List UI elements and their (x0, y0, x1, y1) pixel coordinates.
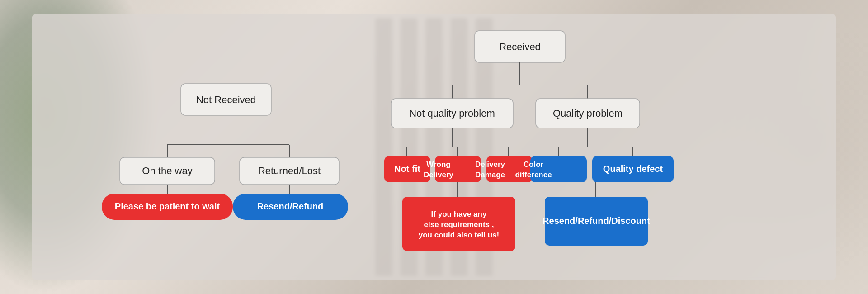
resend-refund-discount-label: Resend/Refund/Discount (542, 216, 650, 226)
if-else-line1: If you have any (431, 210, 487, 218)
returned-lost-label: Returned/Lost (258, 165, 321, 176)
color-difference-label-line1: Color (524, 160, 544, 169)
if-else-line2: else requirements , (424, 220, 494, 229)
flowchart-container: Not Received On the way Returned/Lost Pl… (32, 14, 836, 280)
quality-defect-label: Quality defect (603, 164, 663, 174)
delivery-damage-label-line1: Delivery (475, 160, 505, 169)
not-quality-problem-label: Not quality problem (409, 108, 495, 119)
quality-problem-label: Quality problem (553, 108, 623, 119)
if-else-line3: you could also tell us! (419, 231, 500, 239)
wrong-delivery-label-line1: Wrong (426, 160, 451, 169)
not-received-label: Not Received (196, 94, 256, 105)
received-label: Received (499, 41, 541, 52)
color-difference-label-line2: difference (515, 171, 552, 179)
delivery-damage-label-line2: Damage (475, 171, 505, 179)
not-fit-label: Not fit (394, 164, 420, 174)
on-the-way-label: On the way (142, 165, 192, 176)
resend-refund-label: Resend/Refund (257, 201, 324, 211)
wrong-delivery-label-line2: Delivery (424, 171, 454, 179)
please-wait-label: Please be patient to wait (115, 201, 220, 211)
flowchart-svg: Not Received On the way Returned/Lost Pl… (32, 14, 836, 280)
